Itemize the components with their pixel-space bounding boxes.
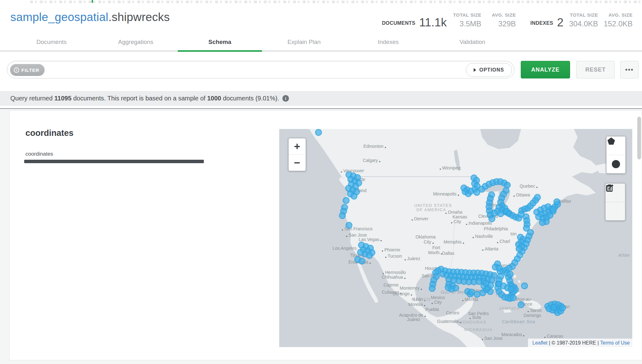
- shipwreck-point[interactable]: [534, 194, 541, 201]
- stat-sub: AVG. SIZE329B: [486, 12, 516, 28]
- collection-stats: DOCUMENTS11.1kTOTAL SIZE3.5MBAVG. SIZE32…: [382, 8, 633, 28]
- attribution-text: | © 1987-2019 HERE |: [547, 340, 600, 346]
- map-zoom-control: + −: [288, 138, 306, 171]
- stat-sub-value: 3.5MB: [460, 19, 481, 28]
- stat-label: DOCUMENTS: [382, 20, 416, 28]
- polygon-icon: [607, 136, 616, 146]
- query-summary-bar: Query returned 11095 documents. This rep…: [0, 91, 642, 106]
- tab-indexes[interactable]: Indexes: [346, 33, 430, 52]
- stat-sub-label: TOTAL SIZE: [570, 12, 598, 18]
- terms-of-use-link[interactable]: Terms of Use: [600, 340, 630, 346]
- shipwreck-point[interactable]: [516, 245, 523, 252]
- stat-sub: TOTAL SIZE304.0KB: [568, 12, 598, 28]
- shipwreck-point[interactable]: [445, 284, 452, 291]
- zoom-in-button[interactable]: +: [289, 138, 306, 154]
- filter-badge-label: FILTER: [21, 67, 39, 73]
- stat-sub: TOTAL SIZE3.5MB: [451, 12, 481, 28]
- filter-info-icon: i: [14, 67, 19, 73]
- query-summary-count: 11095: [54, 95, 72, 102]
- stat-group: INDEXES2TOTAL SIZE304.0KBAVG. SIZE152.0K…: [530, 12, 633, 28]
- sampling-info-icon[interactable]: i: [282, 95, 289, 102]
- tab-validation[interactable]: Validation: [430, 33, 514, 52]
- stat-sub-value: 152.0KB: [604, 19, 633, 28]
- island-bahama-2: [518, 280, 520, 283]
- more-options-button[interactable]: •••: [620, 61, 639, 78]
- options-button[interactable]: OPTIONS: [466, 63, 512, 77]
- query-toolbar: i FILTER OPTIONS ANALYZE RESET •••: [0, 55, 642, 87]
- shipwreck-point[interactable]: [496, 265, 503, 271]
- options-button-label: OPTIONS: [479, 67, 504, 73]
- page-scrollbar-thumb[interactable]: [637, 117, 641, 159]
- shipwreck-point[interactable]: [358, 258, 365, 265]
- shipwreck-point[interactable]: [559, 304, 566, 311]
- title-separator: .: [108, 11, 112, 24]
- delete-shapes-button[interactable]: [606, 202, 625, 220]
- shipwreck-point[interactable]: [345, 222, 352, 229]
- map-basemap: [279, 129, 632, 347]
- tab-aggregations[interactable]: Aggregations: [94, 33, 178, 52]
- reset-button[interactable]: RESET: [576, 61, 615, 78]
- query-summary-middle: documents. This report is based on a sam…: [72, 95, 207, 102]
- stat-label: INDEXES: [530, 20, 553, 28]
- shipwreck-point[interactable]: [491, 210, 498, 217]
- page-title: sample_geospatial.shipwrecks: [10, 11, 170, 24]
- stat-sub-label: AVG. SIZE: [608, 12, 633, 18]
- shipwreck-point[interactable]: [339, 212, 346, 219]
- clipped-top-tick: [92, 0, 93, 3]
- draw-polygon-button[interactable]: [607, 136, 625, 155]
- circle-icon: [612, 160, 620, 168]
- query-summary-sample: 1000: [207, 95, 221, 102]
- stat-group: DOCUMENTS11.1kTOTAL SIZE3.5MBAVG. SIZE32…: [382, 12, 516, 28]
- database-name-link[interactable]: sample_geospatial: [10, 11, 108, 24]
- shipwreck-point[interactable]: [351, 193, 357, 200]
- filter-input[interactable]: i FILTER OPTIONS: [7, 61, 514, 78]
- shipwreck-point[interactable]: [429, 285, 436, 292]
- shipwreck-point[interactable]: [507, 271, 514, 278]
- collection-name: shipwrecks: [112, 11, 170, 24]
- tab-explain-plan[interactable]: Explain Plan: [262, 33, 346, 52]
- zoom-out-button[interactable]: −: [289, 154, 306, 171]
- analyze-button[interactable]: ANALYZE: [521, 61, 570, 78]
- shipwreck-point[interactable]: [518, 301, 525, 308]
- stat-value: 2: [557, 17, 563, 28]
- stat-value: 11.1k: [419, 17, 447, 28]
- shipwreck-point[interactable]: [539, 219, 546, 226]
- shipwreck-point[interactable]: [482, 280, 489, 287]
- trash-icon: [606, 184, 614, 192]
- field-type-bar[interactable]: [24, 160, 204, 163]
- filter-badge: i FILTER: [10, 64, 45, 76]
- tab-schema[interactable]: Schema: [178, 33, 262, 52]
- stat-sub: AVG. SIZE152.0KB: [602, 12, 633, 28]
- query-summary-prefix: Query returned: [10, 95, 54, 102]
- stat-sub-value: 329B: [498, 19, 516, 28]
- leaflet-link[interactable]: Leaflet: [532, 340, 547, 346]
- shipwreck-point[interactable]: [343, 197, 350, 204]
- clipped-top-row: [30, 1, 642, 3]
- shipwreck-point[interactable]: [357, 249, 364, 256]
- shipwreck-point[interactable]: [521, 282, 528, 289]
- tab-documents[interactable]: Documents: [9, 33, 94, 52]
- shipwreck-point[interactable]: [510, 294, 517, 301]
- island-hispaniola: [523, 300, 542, 310]
- caret-right-icon: [474, 68, 476, 72]
- island-bahama-1: [513, 275, 516, 278]
- map-attribution: Leaflet | © 1987-2019 HERE | Terms of Us…: [528, 339, 632, 347]
- shipwreck-point[interactable]: [366, 252, 373, 259]
- stat-sub-label: TOTAL SIZE: [453, 12, 482, 18]
- draw-circle-button[interactable]: [607, 155, 625, 173]
- shipwreck-point[interactable]: [553, 198, 560, 205]
- stat-sub-value: 304.0KB: [569, 19, 598, 28]
- island-jamaica: [503, 309, 512, 313]
- query-summary-suffix: documents (9.01%).: [221, 95, 279, 102]
- shipwreck-point[interactable]: [315, 129, 322, 136]
- map-edit-control: [605, 183, 626, 221]
- schema-field-card: coordinates coordinates + −: [9, 110, 642, 360]
- field-type-label[interactable]: coordinates: [25, 151, 53, 157]
- map-canvas[interactable]: + −: [279, 129, 632, 347]
- field-heading: coordinates: [25, 128, 73, 138]
- tab-bar: DocumentsAggregationsSchemaExplain PlanI…: [0, 33, 642, 52]
- map-draw-control: [606, 136, 626, 174]
- stat-sub-label: AVG. SIZE: [492, 12, 516, 18]
- shipwreck-point[interactable]: [508, 286, 514, 293]
- shipwreck-point[interactable]: [550, 206, 557, 213]
